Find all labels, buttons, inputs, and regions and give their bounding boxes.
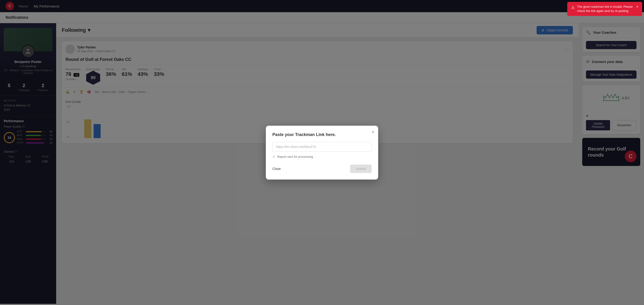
trackman-link-input[interactable] (272, 142, 372, 152)
modal-submit-button[interactable]: Submit (350, 164, 372, 173)
toast-message: The given trackman link is invalid. Plea… (577, 5, 634, 13)
modal-success-message: ✓ Report sent for processing (272, 154, 372, 159)
modal-title: Paste your Trackman Link here. (272, 132, 372, 137)
toast-close-button[interactable]: × (636, 5, 638, 9)
modal-close-button[interactable]: Close (272, 167, 281, 171)
success-check-icon: ✓ (272, 154, 276, 159)
error-toast: ⚠ The given trackman link is invalid. Pl… (567, 2, 642, 16)
modal-overlay: Paste your Trackman Link here. × ✓ Repor… (0, 0, 644, 304)
modal-footer: Close Submit (272, 164, 372, 173)
trackman-modal: Paste your Trackman Link here. × ✓ Repor… (266, 126, 378, 180)
modal-close-x-button[interactable]: × (372, 130, 374, 135)
warning-icon: ⚠ (571, 5, 575, 10)
